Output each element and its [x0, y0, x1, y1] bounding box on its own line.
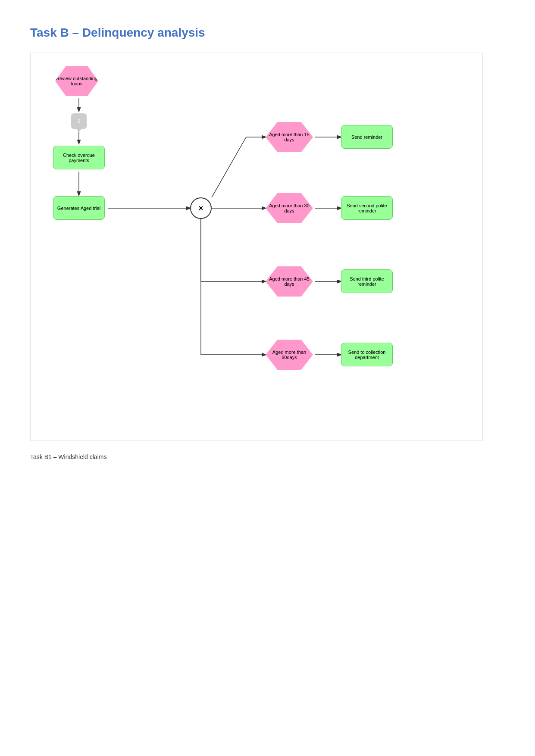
aged45-node: Aged more than 45 days [266, 266, 313, 297]
aged30-node: Aged more than 30 days [266, 193, 313, 223]
diagram-container: Review outstanding loans 0 Check overdue… [30, 53, 483, 440]
send1-node: Send reminder [341, 125, 393, 149]
send4-node: Send to collection department [341, 343, 393, 366]
page-title: Task B – Delinquency analysis [30, 26, 505, 40]
arrows-svg [31, 53, 482, 440]
aged15-node: Aged more than 15 days [266, 122, 313, 152]
aged60-node: Aged more than 60days [266, 340, 313, 370]
svg-line-4 [212, 137, 246, 197]
send3-node: Send third polite reminder [341, 269, 393, 293]
speech-bubble: 0 [71, 113, 87, 129]
footer-text: Task B1 – Windshield claims [30, 453, 505, 460]
generates-aged-node: Generates Aged trial [53, 196, 105, 220]
gateway-node: × [190, 197, 212, 219]
check-overdue-node: Check overdue payments [53, 146, 105, 169]
send2-node: Send second polite reminder [341, 196, 393, 220]
review-node: Review outstanding loans [55, 66, 98, 96]
